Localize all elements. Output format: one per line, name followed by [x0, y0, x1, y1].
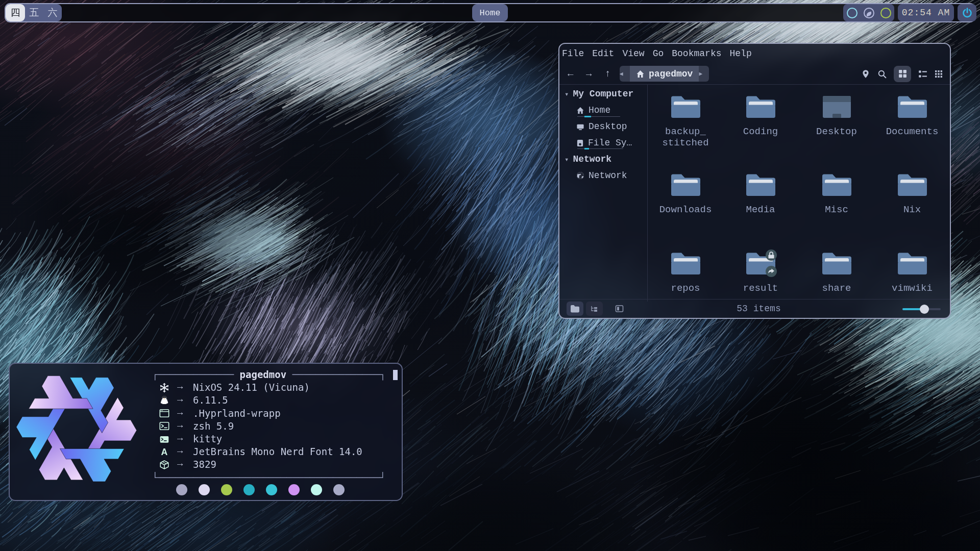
- svg-text:A: A: [161, 447, 168, 457]
